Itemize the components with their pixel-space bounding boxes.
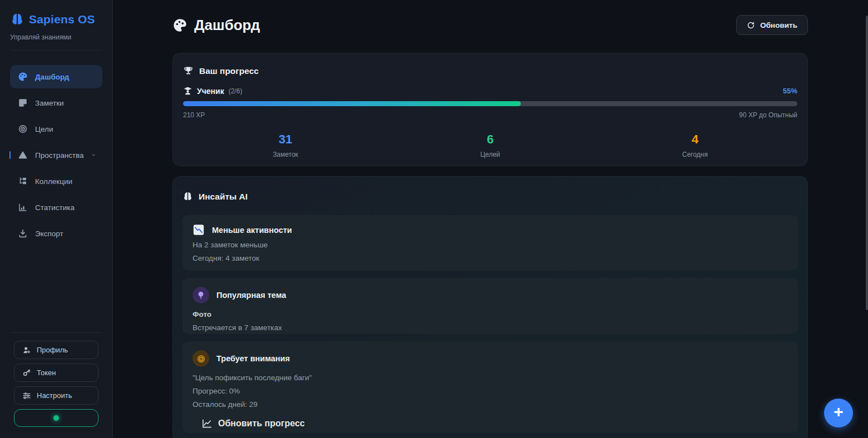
token-button-label: Токен bbox=[37, 369, 56, 377]
stat-label: Заметок bbox=[183, 151, 388, 158]
brain-logo-icon bbox=[10, 12, 24, 27]
insight-title: Популярная тема bbox=[216, 291, 286, 300]
sidebar-item-dashboard[interactable]: Дашборд bbox=[10, 65, 102, 88]
note-icon bbox=[18, 98, 28, 108]
stat-value: 4 bbox=[593, 132, 797, 147]
app-title: Sapiens OS bbox=[29, 13, 95, 26]
stat-notes: 31 Заметок bbox=[183, 132, 388, 158]
insight-item-needs-attention: Требует внимания "Цель пофиксить последн… bbox=[183, 341, 798, 433]
sidebar-item-notes[interactable]: Заметки bbox=[10, 91, 102, 115]
user-gear-icon bbox=[22, 346, 31, 355]
student-icon bbox=[183, 86, 193, 96]
target-orange-icon bbox=[193, 350, 209, 367]
insight-line: "Цель пофиксить последние баги" bbox=[193, 374, 788, 382]
plus-icon: + bbox=[834, 402, 844, 421]
add-button[interactable]: + bbox=[824, 399, 853, 427]
sliders-icon bbox=[22, 391, 31, 400]
chart-down-icon bbox=[193, 224, 205, 236]
sidebar-item-label: Статистика bbox=[35, 203, 75, 212]
refresh-icon bbox=[747, 21, 755, 29]
sidebar-item-label: Экспорт bbox=[35, 230, 63, 238]
refresh-button[interactable]: Обновить bbox=[736, 15, 808, 35]
stat-value: 6 bbox=[388, 132, 593, 147]
dashboard-icon bbox=[172, 18, 188, 33]
stat-today: 4 Сегодня bbox=[593, 132, 797, 158]
progress-bar-track bbox=[183, 101, 797, 106]
insight-line: Сегодня: 4 заметок bbox=[193, 254, 788, 262]
online-status-dot bbox=[53, 415, 59, 421]
insight-item-popular-topic: Популярная тема Фото Встречается в 7 зам… bbox=[183, 278, 798, 334]
level-count: (2/6) bbox=[229, 87, 243, 95]
scrollbar[interactable] bbox=[866, 0, 868, 438]
logo: Sapiens OS bbox=[10, 12, 102, 27]
sidebar-item-export[interactable]: Экспорт bbox=[10, 222, 102, 245]
sidebar-item-spaces[interactable]: Пространства bbox=[10, 143, 102, 167]
token-button[interactable]: Токен bbox=[14, 364, 98, 382]
settings-button[interactable]: Настроить bbox=[14, 386, 98, 405]
sidebar-item-stats[interactable]: Статистика bbox=[10, 196, 102, 219]
insight-title: Требует внимания bbox=[216, 354, 290, 363]
profile-button[interactable]: Профиль bbox=[14, 341, 98, 359]
gauge-icon bbox=[18, 72, 28, 82]
sidebar-item-label: Коллекции bbox=[35, 177, 72, 186]
trophy-icon bbox=[183, 66, 194, 76]
chart-up-icon bbox=[201, 418, 213, 429]
progress-card-title: Ваш прогресс bbox=[199, 66, 259, 76]
sidebar-item-collections[interactable]: Коллекции bbox=[10, 170, 102, 193]
status-button[interactable] bbox=[14, 409, 98, 427]
app-tagline: Управляй знаниями bbox=[10, 33, 102, 41]
sidebar-nav: Дашборд Заметки Цели Пространства bbox=[10, 65, 102, 245]
stat-goals: 6 Целей bbox=[388, 132, 593, 158]
sidebar-item-label: Дашборд bbox=[35, 73, 69, 81]
sidebar-footer-divider bbox=[10, 332, 102, 333]
insight-line: На 2 заметок меньше bbox=[193, 241, 788, 249]
sidebar-item-goals[interactable]: Цели bbox=[10, 117, 102, 141]
xp-current: 210 XP bbox=[183, 111, 205, 119]
insight-line: Фото bbox=[193, 310, 788, 318]
export-icon bbox=[18, 228, 28, 238]
stat-value: 31 bbox=[183, 132, 388, 147]
sidebar-footer: Профиль Токен Настроить bbox=[10, 332, 102, 427]
progress-fill bbox=[183, 101, 521, 106]
sidebar-divider bbox=[10, 50, 102, 51]
brain-icon bbox=[183, 191, 193, 202]
sidebar-item-label: Цели bbox=[35, 125, 53, 133]
stat-label: Целей bbox=[388, 151, 593, 158]
sidebar-item-label: Заметки bbox=[35, 99, 64, 107]
stat-label: Сегодня bbox=[593, 151, 797, 158]
level-name: Ученик bbox=[197, 87, 224, 96]
main-header: Дашборд Обновить bbox=[172, 13, 808, 37]
insights-card: Инсайты AI Меньше активности На 2 замето… bbox=[172, 176, 808, 438]
page-title: Дашборд bbox=[194, 17, 260, 34]
insight-title: Меньше активности bbox=[212, 226, 292, 235]
progress-card: Ваш прогресс Ученик (2/6) 55% 210 XP 90 … bbox=[172, 53, 808, 166]
collections-icon bbox=[18, 176, 28, 186]
insight-line: Прогресс: 0% bbox=[193, 387, 788, 395]
update-progress-button[interactable]: Обновить прогресс bbox=[193, 417, 305, 432]
stats-icon bbox=[18, 202, 28, 212]
update-progress-label: Обновить прогресс bbox=[218, 419, 305, 429]
profile-button-label: Профиль bbox=[37, 346, 68, 354]
key-icon bbox=[22, 369, 31, 377]
stats-row: 31 Заметок 6 Целей 4 Сегодня bbox=[183, 132, 797, 158]
insight-line: Осталось дней: 29 bbox=[193, 400, 788, 409]
sidebar: Sapiens OS Управляй знаниями Дашборд Зам… bbox=[0, 0, 113, 438]
settings-button-label: Настроить bbox=[37, 391, 72, 400]
xp-to-next: 90 XP до Опытный bbox=[739, 111, 797, 119]
insight-item-activity: Меньше активности На 2 заметок меньше Се… bbox=[183, 215, 798, 271]
level-percent: 55% bbox=[783, 87, 797, 95]
insight-line: Встречается в 7 заметках bbox=[193, 323, 788, 332]
scrollbar-thumb[interactable] bbox=[866, 16, 868, 310]
sidebar-item-label: Пространства bbox=[35, 151, 84, 160]
main-content: Дашборд Обновить Ваш прогресс Ученик (2/… bbox=[113, 0, 868, 438]
chevron-down-icon[interactable] bbox=[91, 151, 96, 159]
refresh-button-label: Обновить bbox=[760, 21, 797, 29]
target-icon bbox=[18, 124, 28, 134]
lightbulb-icon bbox=[193, 287, 209, 303]
prism-icon bbox=[18, 150, 28, 160]
nav-indicator bbox=[9, 151, 11, 159]
insights-card-title: Инсайты AI bbox=[199, 192, 248, 202]
